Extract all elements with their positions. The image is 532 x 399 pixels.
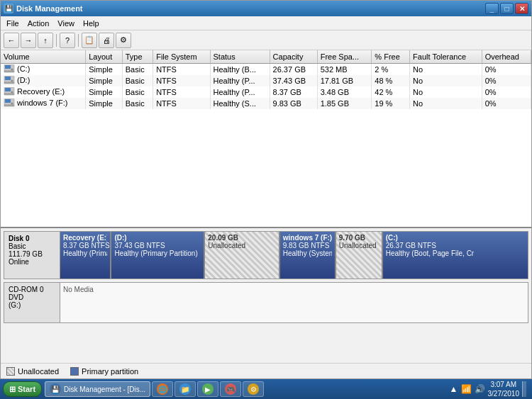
part-name-c: (C:): [386, 234, 525, 242]
cell-layout-0: Simple: [86, 63, 123, 75]
extra1-icon: 🎮: [225, 383, 236, 395]
cell-pctfree-3: 19 %: [372, 98, 410, 109]
drive-icon-2: [4, 87, 15, 96]
col-filesystem[interactable]: File System: [153, 50, 210, 63]
svg-rect-15: [4, 105, 14, 106]
disk0-partitions: Recovery (E:) 8.37 GB NTFS Healthy (Prim…: [60, 231, 528, 279]
cdrom0-status: No Media: [63, 286, 525, 293]
tray-date: 3/27/2010: [488, 389, 520, 398]
forward-button[interactable]: →: [21, 33, 36, 48]
print-button[interactable]: 🖨: [99, 33, 114, 48]
cell-status-1: Healthy (P...: [210, 75, 270, 86]
cdrom0-drive: (G:): [9, 301, 55, 309]
cdrom0-name: CD-ROM 0: [9, 286, 55, 293]
cdrom0-row: CD-ROM 0 DVD (G:) No Media: [4, 282, 528, 323]
window-title: Disk Management: [16, 4, 485, 13]
disk0-status: Online: [9, 258, 55, 266]
tray-area: ▲ 📶 🔊 3:07 AM 3/27/2010: [447, 380, 529, 398]
disk-map-area: Disk 0 Basic 111.79 GB Online Recovery (…: [1, 228, 531, 363]
partition-unalloc2[interactable]: 9.70 GB Unallocated: [336, 232, 383, 279]
cell-status-0: Healthy (B...: [210, 63, 270, 75]
table-row[interactable]: (D:) Simple Basic NTFS Healthy (P... 37.…: [1, 75, 531, 86]
part-status-recovery: Healthy (Primary Partiti: [63, 249, 107, 257]
disk0-label: Disk 0 Basic 111.79 GB Online: [4, 231, 60, 279]
cell-volume-3: windows 7 (F:): [1, 98, 86, 109]
cell-capacity-1: 37.43 GB: [270, 75, 317, 86]
cell-overhead-1: 0%: [482, 75, 531, 86]
taskbar: ⊞ Start 💾 Disk Management - [Dis... 🌐 📁 …: [0, 379, 532, 399]
taskbar-app-explorer[interactable]: 📁: [174, 381, 196, 397]
svg-rect-7: [4, 82, 14, 84]
volume-table-area[interactable]: Volume Layout Type File System Status Ca…: [1, 50, 531, 228]
show-desktop-button[interactable]: [522, 381, 526, 397]
col-freespace[interactable]: Free Spa...: [317, 50, 372, 63]
taskbar-app-extra1[interactable]: 🎮: [220, 381, 241, 397]
tray-arrow-icon[interactable]: ▲: [450, 384, 458, 394]
disk0-size: 111.79 GB: [9, 250, 55, 258]
cell-capacity-2: 8.37 GB: [270, 86, 317, 98]
legend-area: Unallocated Primary partition: [1, 363, 531, 378]
volume-icon[interactable]: 🔊: [475, 384, 485, 394]
legend-unallocated: Unallocated: [6, 367, 59, 376]
partition-unalloc1[interactable]: 20.09 GB Unallocated: [205, 232, 279, 279]
cell-fault-1: No: [410, 75, 482, 86]
cell-fault-2: No: [410, 86, 482, 98]
taskbar-apps: 💾 Disk Management - [Dis... 🌐 📁 ▶ 🎮 ⚙: [42, 381, 447, 397]
table-row[interactable]: (C:) Simple Basic NTFS Healthy (B... 26.…: [1, 63, 531, 75]
menu-view[interactable]: View: [53, 18, 79, 29]
cell-pctfree-0: 2 %: [372, 63, 410, 75]
taskbar-app-ie[interactable]: 🌐: [152, 381, 173, 397]
col-volume[interactable]: Volume: [1, 50, 86, 63]
cell-type-1: Basic: [122, 75, 153, 86]
cdrom0-type: DVD: [9, 293, 55, 301]
taskbar-app-media[interactable]: ▶: [197, 381, 218, 397]
cell-freespace-1: 17.81 GB: [317, 75, 372, 86]
partition-f[interactable]: windows 7 (F:) 9.83 GB NTFS Healthy (Sys…: [280, 232, 336, 279]
cell-freespace-3: 1.85 GB: [317, 98, 372, 109]
cell-freespace-2: 3.48 GB: [317, 86, 372, 98]
col-type[interactable]: Type: [122, 50, 153, 63]
legend-unalloc-label: Unallocated: [18, 367, 59, 376]
settings-button[interactable]: ⚙: [116, 33, 131, 48]
svg-rect-9: [5, 88, 11, 91]
menu-help[interactable]: Help: [79, 18, 104, 29]
cell-type-0: Basic: [122, 63, 153, 75]
drive-icon-0: [4, 64, 15, 73]
partition-recovery[interactable]: Recovery (E:) 8.37 GB NTFS Healthy (Prim…: [60, 232, 111, 279]
title-bar: 💾 Disk Management _ □ ✕: [1, 1, 531, 16]
copy-button[interactable]: 📋: [82, 33, 97, 48]
menu-bar: File Action View Help: [1, 16, 531, 30]
taskbar-app-diskmgmt[interactable]: 💾 Disk Management - [Dis...: [45, 381, 150, 397]
col-pctfree[interactable]: % Free: [372, 50, 410, 63]
maximize-button[interactable]: □: [500, 3, 514, 14]
back-button[interactable]: ←: [4, 33, 19, 48]
tray-time[interactable]: 3:07 AM 3/27/2010: [488, 380, 520, 398]
table-row[interactable]: Recovery (E:) Simple Basic NTFS Healthy …: [1, 86, 531, 98]
up-button[interactable]: ↑: [38, 33, 53, 48]
menu-action[interactable]: Action: [23, 18, 54, 29]
help-button[interactable]: ?: [60, 33, 75, 48]
toolbar-separator-1: [56, 34, 57, 47]
table-row[interactable]: windows 7 (F:) Simple Basic NTFS Healthy…: [1, 98, 531, 109]
col-overhead[interactable]: Overhead: [482, 50, 531, 63]
col-fault[interactable]: Fault Tolerance: [410, 50, 482, 63]
part-name-unalloc1: 20.09 GB: [208, 234, 275, 242]
start-button[interactable]: ⊞ Start: [3, 381, 42, 397]
network-icon[interactable]: 📶: [461, 384, 472, 394]
legend-primary: Primary partition: [70, 367, 138, 376]
svg-point-14: [11, 102, 13, 104]
partition-d[interactable]: (D:) 37.43 GB NTFS Healthy (Primary Part…: [111, 232, 205, 279]
part-size-unalloc1: Unallocated: [208, 242, 275, 249]
col-capacity[interactable]: Capacity: [270, 50, 317, 63]
windows-logo-icon: ⊞: [9, 385, 16, 394]
toolbar-separator-2: [78, 34, 79, 47]
partition-c[interactable]: (C:) 26.37 GB NTFS Healthy (Boot, Page F…: [383, 232, 528, 279]
menu-file[interactable]: File: [2, 18, 23, 29]
cell-filesystem-2: NTFS: [153, 86, 210, 98]
toolbar: ← → ↑ ? 📋 🖨 ⚙: [1, 30, 531, 50]
taskbar-app-extra2[interactable]: ⚙: [243, 381, 264, 397]
col-layout[interactable]: Layout: [86, 50, 123, 63]
close-button[interactable]: ✕: [515, 3, 528, 14]
volume-table: Volume Layout Type File System Status Ca…: [1, 50, 531, 109]
minimize-button[interactable]: _: [485, 3, 499, 14]
